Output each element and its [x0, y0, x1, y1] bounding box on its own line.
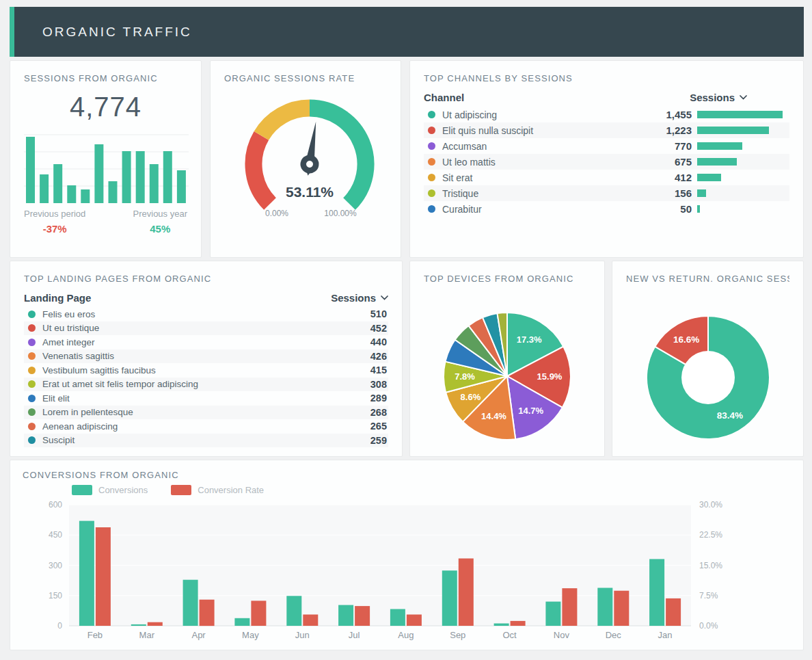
sessions-bar [697, 205, 788, 213]
table-row: Venenatis sagittis426 [24, 349, 388, 364]
sessions-value: 289 [347, 393, 387, 404]
devices-card-title: TOP DEVICES FROM ORGANIC [424, 274, 591, 284]
channel-name: Sit erat [442, 172, 652, 183]
card-top-channels: TOP CHANNELS BY SESSIONS Channel Session… [409, 60, 804, 258]
landing-page-name: Suscipit [42, 435, 347, 445]
landing-page-name: Aenean adipiscing [42, 421, 347, 432]
sessions-value: 452 [347, 323, 387, 334]
table-row: Aenean adipiscing265 [24, 419, 388, 434]
right-axis-label: 22.5% [699, 530, 722, 540]
series-color-dot [28, 311, 36, 318]
conversion-rate-bar [355, 606, 370, 626]
table-row: Ut eu tristique452 [24, 321, 388, 336]
conversions-bar [390, 609, 405, 626]
sessions-value: 770 [652, 140, 692, 152]
series-color-dot [428, 205, 435, 213]
landing-page-name: Elit elit [42, 393, 347, 404]
mini-bar [26, 137, 35, 203]
table-row: Elit elit289 [24, 391, 388, 406]
landing-page-name: Lorem in pellentesque [42, 407, 347, 417]
conversion-rate-bar [459, 559, 474, 626]
channel-column-header: Channel [424, 92, 690, 103]
gauge-card-title: ORGANIC SESSIONS RATE [224, 73, 387, 83]
channel-name: Tristique [442, 188, 652, 199]
channel-name: Curabitur [442, 204, 652, 215]
landing-page-name: Ut eu tristique [42, 323, 347, 333]
landing-page-name: Erat ut amet sit felis tempor adipiscing [42, 379, 347, 389]
sessions-value: 675 [652, 156, 692, 168]
channels-card-title: TOP CHANNELS BY SESSIONS [424, 73, 789, 83]
row-3: CONVERSIONS FROM ORGANIC Conversions Con… [10, 460, 804, 650]
sessions-column-header: Sessions [331, 292, 376, 304]
mini-bar [150, 164, 159, 203]
sessions-value: 156 [652, 187, 692, 199]
month-label: Mar [139, 630, 155, 640]
card-conversions-from-organic: CONVERSIONS FROM ORGANIC Conversions Con… [10, 460, 804, 650]
gauge-max-label: 100.00% [324, 209, 357, 218]
mini-bar [53, 164, 62, 203]
conversions-bar [545, 602, 560, 626]
month-label: Dec [606, 630, 622, 640]
sessions-sort-header[interactable]: Sessions [331, 292, 388, 304]
mini-bar [67, 185, 76, 203]
table-row: Accumsan770 [424, 138, 789, 154]
conversions-bar [234, 618, 249, 626]
sessions-value: 440 [347, 336, 387, 347]
series-color-dot [28, 339, 36, 346]
slice-percentage-label: 14.7% [518, 406, 543, 416]
series-color-dot [28, 436, 36, 444]
slice-percentage-label: 83.4% [716, 410, 742, 421]
channels-table-header: Channel Sessions [424, 89, 789, 105]
conversion-rate-bar [407, 615, 422, 626]
right-axis-label: 30.0% [699, 500, 722, 510]
series-color-dot [428, 174, 435, 181]
landing-table-header: Landing Page Sessions [24, 289, 388, 306]
conversions-bar [79, 521, 94, 626]
sessions-value: 308 [347, 379, 387, 390]
chevron-down-icon [740, 95, 747, 100]
mini-bar [109, 181, 118, 203]
landing-page-name: Vestibulum sagittis faucibus [42, 365, 347, 375]
landing-page-name: Amet integer [42, 337, 347, 347]
table-row: Ut adipiscing1,455 [424, 107, 789, 122]
slice-percentage-label: 8.6% [461, 392, 481, 402]
right-axis-label: 0.0% [699, 621, 718, 631]
sessions-bar [697, 111, 788, 118]
previous-year-label: Previous year [133, 209, 187, 219]
conversion-rate-bar [148, 622, 163, 626]
left-axis-label: 300 [49, 561, 62, 570]
month-label: Jul [349, 630, 360, 640]
sessions-column-header: Sessions [690, 92, 735, 103]
table-row: Curabitur50 [424, 201, 789, 217]
conversion-rate-bar [96, 527, 111, 626]
table-row: Ut leo mattis675 [424, 154, 789, 170]
conversions-bar [649, 559, 664, 626]
month-label: Nov [554, 630, 570, 640]
chart-legend: Conversions Conversion Rate [72, 483, 791, 497]
month-label: Feb [87, 630, 103, 640]
slice-percentage-label: 15.9% [537, 371, 563, 382]
left-axis-label: 450 [49, 530, 62, 540]
channel-name: Ut adipiscing [442, 109, 652, 120]
month-label: Jun [295, 630, 310, 640]
conversions-bar-chart: 60030.0%45022.5%30015.0%1507.5%00.0%FebM… [23, 498, 792, 643]
mini-bar [81, 189, 90, 203]
legend-item-conversion-rate: Conversion Rate [171, 485, 264, 495]
mini-bar [177, 170, 186, 203]
sessions-bar [697, 142, 788, 150]
conversion-rate-bar [614, 591, 629, 626]
conversions-bar [183, 580, 198, 626]
series-color-dot [28, 395, 36, 402]
left-axis-label: 600 [49, 500, 62, 510]
donut-card-title: NEW VS RETURN. ORGANIC SESSIONS [626, 274, 789, 284]
series-color-dot [428, 111, 435, 118]
month-label: Aug [398, 630, 414, 640]
legend-label: Conversions [98, 485, 148, 495]
table-row: Tristique156 [424, 185, 789, 201]
conversion-rate-bar [200, 600, 215, 626]
conversions-bar [131, 624, 146, 626]
month-label: Apr [191, 630, 206, 640]
conversions-bar [286, 596, 301, 626]
series-color-dot [428, 158, 435, 166]
sessions-sort-header[interactable]: Sessions [690, 92, 789, 103]
